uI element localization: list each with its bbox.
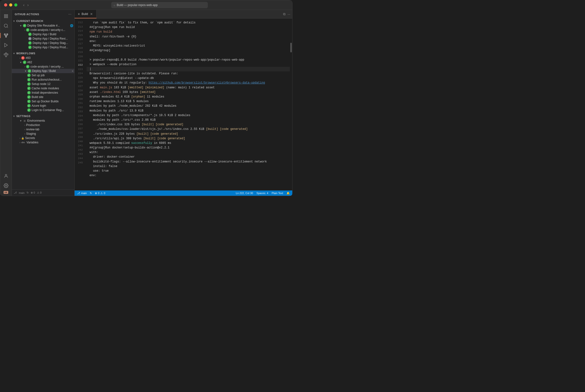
sidebar-content[interactable]: ▼ CURRENT BRANCH ▼ ✓ Deploy Site Reusabl… [12, 18, 74, 190]
tab-spacer [96, 10, 281, 18]
encoding-status-item[interactable]: Plain Text [272, 192, 283, 194]
sidebar-item-secrets[interactable]: › 🔒 Secrets [12, 136, 74, 140]
activity-run-icon[interactable] [2, 41, 10, 50]
sidebar-item-deploy-app-revi[interactable]: ⊘ Deploy App / Deploy Revi... [12, 36, 74, 41]
sidebar-step-setup-job[interactable]: ✓ Set up job [12, 73, 74, 78]
current-branch-section[interactable]: ▼ CURRENT BRANCH [12, 18, 74, 24]
sidebar-step-cache[interactable]: ✓ Cache node modules [12, 86, 74, 90]
w83-label: #83 [25, 56, 73, 60]
sidebar-item-review-lab[interactable]: › review-lab [12, 127, 74, 132]
activity-settings-icon[interactable] [2, 181, 10, 190]
w82-label: #82 [27, 60, 73, 64]
errors-status-item[interactable]: ⊗ 0 ⚠ 0 [95, 192, 105, 195]
warning-count: ⚠ 0 [37, 191, 41, 194]
branch-name-status: main [81, 192, 87, 194]
maximize-button[interactable] [14, 4, 17, 6]
code-line-224: npx browserslist@latest --update-db [87, 76, 290, 80]
chevron-down-icon: ▼ [13, 20, 15, 22]
sidebar-item-code-analysis2[interactable]: › ✓ code-analysis / security ... [12, 64, 74, 69]
lock-icon: 🔒 [21, 137, 24, 140]
line-num-225: 225 [74, 76, 85, 80]
position-status-item[interactable]: Ln 222, Col 30 [236, 192, 253, 194]
status-green-icon: ✓ [26, 65, 29, 68]
activity-source-control-icon[interactable] [2, 31, 10, 40]
sidebar-item-code-analysis[interactable]: › ✓ code-analysis / security c... [12, 28, 74, 32]
line-num-237: 237 [74, 127, 85, 131]
sidebar-step-container[interactable]: ✓ Login to Container Reg... [12, 108, 74, 112]
sidebar-item-deploy-app-stag[interactable]: ✓ Deploy App / Deploy Stag... [12, 41, 74, 45]
line-num-236: 236 [74, 122, 85, 127]
sidebar-item-deploy-app-prod[interactable]: ✓ Deploy App / Deploy Prod... [12, 45, 74, 50]
build-tab[interactable]: ≡ Build ✕ [74, 10, 96, 18]
sidebar-item-production[interactable]: › Production [12, 123, 74, 127]
code-analysis-label: code-analysis / security c... [30, 28, 73, 32]
line-num-230: 230 [74, 97, 85, 102]
sidebar-item-environments[interactable]: ▼ ⊞ Environments [12, 118, 74, 123]
sidebar-item-variables[interactable]: › abc Variables [12, 140, 74, 144]
step-install-label: Install dependencies [32, 91, 73, 94]
spaces-status-item[interactable]: Spaces: 4 [257, 192, 268, 194]
environments-label: Environments [27, 119, 73, 122]
chevron-down-icon: ▼ [13, 52, 15, 55]
sidebar-step-docker[interactable]: ✓ Set up Docker Buildx [12, 99, 74, 104]
sidebar-step-build[interactable]: ✓ Build site [12, 95, 74, 99]
code-editor[interactable]: 212 213 214 215 216 217 218 219 220 221 … [74, 18, 292, 190]
tab-actions: ⧉ ··· [281, 10, 292, 18]
production-label: Production [26, 123, 73, 127]
code-line-234: ./src/index.css 326 bytes [built] [code … [87, 122, 290, 127]
code-content[interactable]: run `npm audit fix` to fix them, or `npm… [87, 18, 290, 190]
sidebar-item-staging[interactable]: › Staging [12, 132, 74, 136]
code-line-245: env: [87, 173, 290, 178]
back-button[interactable]: ‹ [23, 3, 24, 7]
forward-button[interactable]: › [27, 3, 28, 7]
sidebar-step-node[interactable]: ✓ Setup node 12 [12, 82, 74, 86]
chevron-right-icon: › [24, 29, 25, 32]
encoding-text: Plain Text [272, 192, 283, 194]
error-count-status: 0 [98, 192, 99, 194]
activity-search-icon[interactable] [2, 22, 10, 30]
sidebar-more-button[interactable]: ··· [68, 12, 71, 16]
workflows-section[interactable]: ▼ WORKFLOWS [12, 51, 74, 56]
sidebar-step-install[interactable]: ✓ Install dependencies [12, 90, 74, 95]
sidebar-item-w83[interactable]: › ✕ #83 [12, 56, 74, 60]
sidebar-step-azure[interactable]: ✓ Azure login [12, 104, 74, 108]
notification-icon-item[interactable]: 🔔 [286, 192, 290, 195]
chevron-right-icon: › [24, 124, 25, 126]
code-line-219 [87, 53, 290, 58]
sidebar-item-deploy-site-reusable[interactable]: ▼ ✓ Deploy Site Reusable #... 🌐 [12, 24, 74, 28]
activity-explorer-icon[interactable] [2, 12, 10, 20]
sidebar-item-deploy-app-build[interactable]: ✓ Deploy App / Build [12, 32, 74, 36]
sync-status-item[interactable]: ↻ [90, 192, 92, 195]
sidebar-item-w82[interactable]: ▼ ✓ #82 [12, 60, 74, 64]
address-bar[interactable]: ⌕ Build — popular-repos-web-app [111, 2, 208, 8]
code-line-212: run `npm audit fix` to fix them, or `npm… [87, 20, 290, 25]
scrollbar-thumb[interactable] [290, 43, 292, 52]
code-line-215: shell: /usr/bin/bash -e {0} [87, 34, 290, 39]
branch-name: main [19, 192, 25, 194]
code-line-232: modules by path ./src/components/*.js 10… [87, 113, 290, 118]
error-icon: ⊗ [95, 192, 97, 195]
scrollbar-track[interactable] [290, 18, 292, 190]
activity-extensions-icon[interactable] [2, 50, 10, 59]
code-line-243: install: false [87, 164, 290, 169]
current-branch-label: CURRENT BRANCH [16, 20, 43, 22]
settings-section[interactable]: ▼ SETTINGS [12, 114, 74, 118]
status-left: ⎇ main ↻ ⊗ 0 ⚠ 0 [77, 192, 105, 195]
close-button[interactable] [4, 4, 7, 6]
notification-icon: 🔔 [286, 192, 290, 195]
activity-account-icon[interactable] [2, 172, 10, 180]
branch-status-item[interactable]: ⎇ main [77, 192, 87, 195]
more-actions-button[interactable]: ··· [287, 12, 290, 16]
sidebar-step-checkout[interactable]: ✓ Run actions/checkout... [12, 78, 74, 82]
sidebar-item-deploy-app-build2[interactable]: ▼ ✓ Deploy App / Build ≡ [12, 69, 74, 73]
code-line-221: > webpack --mode production [87, 62, 290, 67]
tab-close-button[interactable]: ✕ [90, 12, 93, 16]
line-num-231: 231 [74, 101, 85, 106]
line-num-218: 218 [74, 46, 85, 50]
minimize-button[interactable] [9, 4, 12, 6]
tab-label: Build [81, 12, 88, 16]
svg-point-0 [4, 24, 7, 27]
line-num-240: 240 [74, 140, 85, 144]
split-editor-button[interactable]: ⧉ [283, 12, 285, 16]
svg-point-2 [4, 34, 5, 35]
